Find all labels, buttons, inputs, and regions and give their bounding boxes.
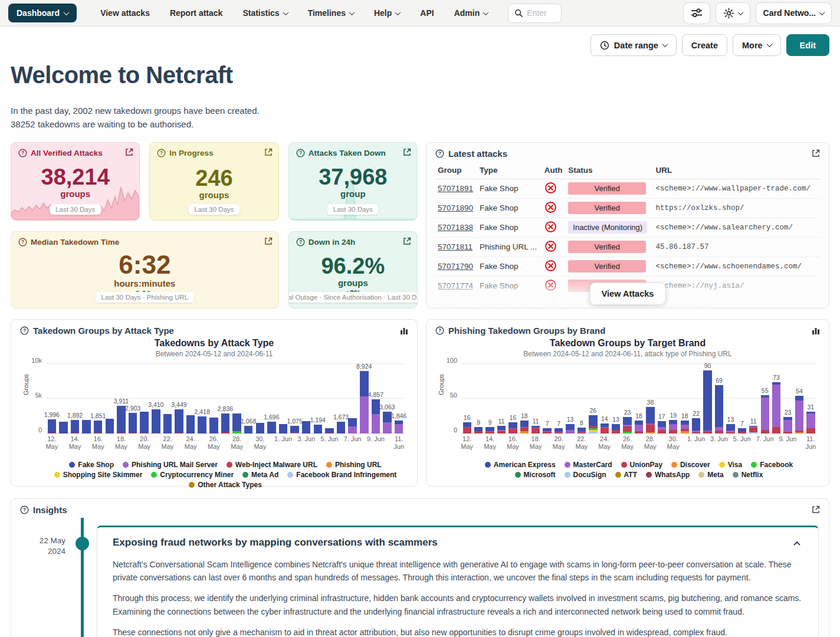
legend-item-other-attack-types[interactable]: Other Attack Types (189, 481, 262, 489)
bar[interactable]: 13 (565, 364, 576, 434)
bar[interactable] (185, 364, 196, 434)
bar[interactable]: 14 (599, 364, 610, 434)
help-circle-icon[interactable]: ? (435, 149, 444, 158)
nav-item-help[interactable]: Help (374, 8, 400, 18)
bar[interactable]: 1,673 (335, 364, 347, 434)
legend-item-netflix[interactable]: Netflix (733, 471, 763, 479)
bar[interactable]: 2,836 (219, 364, 231, 434)
legend-item-facebook-brand-infringement[interactable]: Facebook Brand Infringement (287, 471, 396, 479)
bar[interactable]: 1,068 (242, 364, 254, 434)
create-button[interactable]: Create (682, 34, 727, 56)
bar[interactable]: 23 (622, 364, 633, 434)
legend-item-meta-ad[interactable]: Meta Ad (242, 471, 278, 479)
help-circle-icon[interactable]: ? (296, 149, 305, 157)
legend-item-whatsapp[interactable]: WhatsApp (646, 471, 690, 479)
legend-item-visa[interactable]: Visa (719, 461, 742, 469)
help-circle-icon[interactable]: ? (18, 149, 27, 157)
bar[interactable]: 13 (725, 364, 736, 434)
bar[interactable] (81, 364, 93, 434)
bar[interactable]: 18 (519, 364, 530, 434)
bar[interactable]: 69 (713, 364, 724, 434)
bar[interactable] (162, 364, 173, 434)
help-circle-icon[interactable]: ? (20, 505, 29, 514)
external-link-icon[interactable] (264, 148, 273, 159)
bar[interactable]: 3,410 (150, 364, 162, 434)
bar[interactable]: 1,892 (69, 364, 81, 434)
external-link-icon[interactable] (403, 237, 411, 248)
more-button[interactable]: More (733, 34, 781, 56)
collapse-button[interactable] (791, 537, 803, 550)
bar[interactable]: 9 (484, 364, 496, 434)
bar[interactable]: 8,924 (358, 364, 370, 434)
edit-button[interactable]: Edit (786, 34, 829, 56)
search-input[interactable] (527, 8, 555, 18)
bar[interactable]: 38 (645, 364, 656, 434)
bar[interactable]: 1,194 (312, 364, 324, 434)
nav-item-api[interactable]: API (420, 8, 434, 18)
legend-item-microsoft[interactable]: Microsoft (515, 471, 556, 479)
group-link[interactable]: 57071890 (438, 203, 473, 212)
bar-chart-icon[interactable] (812, 327, 820, 334)
bar[interactable] (347, 364, 359, 434)
group-link[interactable]: 57071811 (438, 242, 472, 251)
bar[interactable] (139, 364, 150, 434)
bar[interactable]: 2,418 (196, 364, 208, 434)
filters-button[interactable] (683, 2, 710, 24)
bar[interactable]: 31 (805, 364, 816, 434)
legend-item-phishing-url-mail-server[interactable]: Phishing URL Mail Server (123, 461, 218, 469)
view-attacks-button[interactable]: View Attacks (590, 283, 666, 305)
help-circle-icon[interactable]: ? (435, 326, 444, 335)
legend-item-unionpay[interactable]: UnionPay (621, 461, 662, 469)
settings-button[interactable] (716, 2, 750, 24)
nav-item-report-attack[interactable]: Report attack (170, 8, 222, 18)
bar[interactable]: 11 (530, 364, 542, 434)
bar[interactable]: 18 (679, 364, 690, 434)
bar[interactable]: 1,996 (46, 364, 58, 434)
bar[interactable]: 7 (542, 364, 553, 434)
bar[interactable]: 3,449 (173, 364, 185, 434)
bar[interactable]: 1,696 (266, 364, 278, 434)
bar[interactable]: 11 (496, 364, 507, 434)
bar[interactable]: 16 (461, 364, 472, 434)
bar[interactable]: 9 (472, 364, 484, 434)
bar[interactable]: 4,857 (370, 364, 382, 434)
bar[interactable]: 1,851 (92, 364, 104, 434)
legend-item-facebook[interactable]: Facebook (751, 461, 793, 469)
bar[interactable]: 1,846 (393, 364, 405, 434)
help-circle-icon[interactable]: ? (18, 238, 27, 247)
legend-item-mastercard[interactable]: MasterCard (565, 461, 612, 469)
legend-item-web-inject-malware-url[interactable]: Web-Inject Malware URL (227, 461, 317, 469)
bar[interactable]: 13 (610, 364, 621, 434)
nav-search[interactable] (508, 4, 562, 23)
bar[interactable]: 16 (507, 364, 519, 434)
bar[interactable]: 18 (633, 364, 644, 434)
external-link-icon[interactable] (812, 505, 820, 514)
help-circle-icon[interactable]: ? (296, 238, 305, 247)
legend-item-att[interactable]: ATT (615, 471, 637, 479)
legend-item-american-express[interactable]: American Express (485, 461, 556, 469)
bar[interactable]: 73 (770, 364, 782, 434)
bar[interactable] (58, 364, 70, 434)
external-link-icon[interactable] (125, 148, 133, 159)
external-link-icon[interactable] (264, 237, 273, 248)
nav-item-timelines[interactable]: Timelines (308, 8, 354, 18)
group-link[interactable]: 57071891 (438, 184, 473, 193)
bar[interactable]: 22 (690, 364, 701, 434)
bar[interactable]: 3,063 (382, 364, 393, 434)
legend-item-shopping-site-skimmer[interactable]: Shopping Site Skimmer (54, 471, 143, 479)
bar[interactable]: 7 (736, 364, 747, 434)
dashboard-menu-button[interactable]: Dashboard (8, 4, 77, 22)
legend-item-fake-shop[interactable]: Fake Shop (69, 461, 114, 469)
legend-item-discover[interactable]: Discover (671, 461, 710, 469)
bar[interactable]: 11 (748, 364, 759, 434)
bar[interactable]: 55 (759, 364, 770, 434)
help-circle-icon[interactable]: ? (157, 149, 166, 157)
nav-item-view-attacks[interactable]: View attacks (100, 8, 150, 18)
bar-chart-icon[interactable] (400, 327, 408, 334)
external-link-icon[interactable] (812, 149, 820, 157)
external-link-icon[interactable] (403, 148, 411, 159)
bar[interactable]: 54 (793, 364, 805, 434)
help-circle-icon[interactable]: ? (20, 326, 29, 335)
bar[interactable]: 8 (576, 364, 587, 434)
bar[interactable]: 7 (553, 364, 564, 434)
